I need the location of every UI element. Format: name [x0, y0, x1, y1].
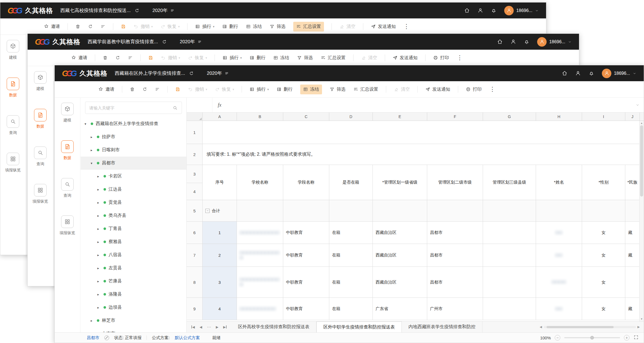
- column-header-I[interactable]: I: [582, 112, 625, 121]
- table-header-cell[interactable]: 管理区划三级县级: [483, 165, 536, 200]
- cell[interactable]: 中职教育: [283, 298, 329, 320]
- cell[interactable]: 昌都市: [427, 222, 483, 244]
- tab-first-button[interactable]: ◀: [191, 325, 195, 329]
- cell[interactable]: 1: [203, 222, 237, 244]
- tree-node[interactable]: ▸丁青县: [81, 222, 186, 235]
- toolbar-clear-button[interactable]: 清空: [339, 24, 355, 30]
- caret-right-icon[interactable]: ▸: [97, 201, 102, 205]
- toolbar-filter-button[interactable]: 筛选: [330, 87, 346, 92]
- zoom-out-button[interactable]: −: [555, 335, 560, 340]
- tree-node[interactable]: ▸拉萨市: [81, 130, 186, 143]
- cell[interactable]: 女: [582, 244, 625, 267]
- toolbar-invite-button[interactable]: 邀请: [71, 55, 87, 61]
- tab-last-button[interactable]: ▶: [223, 325, 227, 329]
- toolbar-redo-button[interactable]: 恢复▾: [188, 55, 207, 61]
- toolbar-insert-row-button[interactable]: 插行▾: [249, 87, 269, 92]
- profile-icon[interactable]: [477, 8, 483, 13]
- tab-more-button[interactable]: ⋯: [207, 325, 211, 329]
- table-header-cell[interactable]: *管理区划一级省级: [373, 165, 427, 200]
- tree-node[interactable]: ▾昌都市: [81, 157, 186, 170]
- toolbar-notify-button[interactable]: 发送通知: [425, 87, 450, 92]
- toolbar-more-button[interactable]: ⋮: [489, 86, 496, 92]
- profile-icon[interactable]: [575, 70, 581, 76]
- cell[interactable]: 囗囗囗囗囗囗囗囗囗囗: [237, 298, 283, 320]
- caret-right-icon[interactable]: ▸: [97, 174, 102, 178]
- tree-node[interactable]: ▸林芝市: [81, 314, 186, 327]
- column-header-H[interactable]: H: [536, 112, 582, 121]
- column-header-C[interactable]: C: [283, 112, 329, 121]
- toolbar-filter-button[interactable]: 筛选: [270, 24, 286, 30]
- column-header-J[interactable]: J: [625, 112, 640, 121]
- sidebar-item-overview[interactable]: 填报纵览: [60, 215, 75, 235]
- toolbar-save-button[interactable]: [121, 24, 126, 29]
- formula-scheme-link[interactable]: 默认公式方案: [175, 335, 200, 340]
- column-header-G[interactable]: G: [483, 112, 536, 121]
- vertical-scrollbar[interactable]: ▲ ▼: [639, 121, 644, 321]
- home-icon[interactable]: [562, 70, 568, 76]
- toolbar-invite-button[interactable]: 邀请: [44, 24, 60, 30]
- cell[interactable]: [582, 200, 625, 222]
- refresh-report-icon[interactable]: [189, 71, 194, 76]
- year-selector[interactable]: 2020年: [180, 39, 202, 45]
- toolbar-invite-button[interactable]: 邀请: [98, 87, 114, 92]
- cell[interactable]: 藏: [625, 298, 639, 320]
- cell[interactable]: 藏: [625, 244, 639, 267]
- cell[interactable]: 3: [203, 267, 237, 298]
- tree-node[interactable]: ▸洛隆县: [81, 288, 186, 301]
- toolbar-refresh-button[interactable]: [88, 24, 93, 29]
- fullscreen-button[interactable]: [633, 335, 639, 341]
- caret-down-icon[interactable]: ▾: [85, 122, 90, 126]
- table-header-cell[interactable]: 序号: [203, 165, 237, 200]
- formula-expand-button[interactable]: [631, 103, 644, 107]
- toolbar-clear-button[interactable]: 清空: [361, 55, 377, 61]
- toolbar-filter-button[interactable]: 筛选: [297, 55, 313, 61]
- sheet-tab-0[interactable]: 区外高校学生疫情排查和防控报送表: [231, 322, 316, 332]
- cell[interactable]: [483, 244, 536, 267]
- cell[interactable]: [483, 267, 536, 298]
- tab-prev-button[interactable]: ◀: [200, 325, 202, 329]
- cell[interactable]: 女: [582, 298, 625, 320]
- cell[interactable]: 囗囗: [536, 244, 582, 267]
- tree-node[interactable]: ▸贡觉县: [81, 196, 186, 209]
- sheet-tab-2[interactable]: 内地西藏班表学生疫情排查和防控: [402, 322, 482, 332]
- notifications-bell-icon[interactable]: [588, 70, 594, 76]
- scroll-right-icon[interactable]: ▶: [638, 325, 640, 329]
- profile-icon[interactable]: [510, 39, 516, 45]
- caret-right-icon[interactable]: ▸: [97, 306, 102, 310]
- toolbar-delete-button[interactable]: [75, 24, 80, 29]
- cell[interactable]: 女: [582, 267, 625, 298]
- notifications-bell-icon[interactable]: [491, 8, 497, 13]
- cell[interactable]: 囗囗: [536, 222, 582, 244]
- zoom-slider-thumb[interactable]: [590, 336, 594, 340]
- column-header-E[interactable]: E: [373, 112, 427, 121]
- toolbar-summary-button[interactable]: 汇总设置: [293, 22, 324, 32]
- cell[interactable]: 在籍: [329, 267, 373, 298]
- toolbar-refresh-button[interactable]: [142, 87, 147, 92]
- column-header-F[interactable]: F: [427, 112, 483, 121]
- cell[interactable]: 广东省: [373, 298, 427, 320]
- sidebar-item-data[interactable]: 数据: [61, 140, 74, 160]
- select-all-corner[interactable]: [187, 112, 203, 121]
- column-header-A[interactable]: A: [203, 112, 237, 121]
- cell[interactable]: [536, 200, 582, 222]
- toolbar-insert-row-button[interactable]: 插行▾: [222, 55, 242, 61]
- row-header-2[interactable]: 2: [187, 144, 203, 165]
- cell[interactable]: 昌都市: [427, 244, 483, 267]
- cell[interactable]: 西藏自治区: [373, 244, 427, 267]
- caret-right-icon[interactable]: ▸: [97, 253, 102, 257]
- h-scroll-thumb[interactable]: [547, 326, 614, 328]
- caret-right-icon[interactable]: ▸: [97, 188, 102, 191]
- toolbar-print-button[interactable]: 打印: [466, 87, 482, 92]
- cell[interactable]: 2: [203, 244, 237, 267]
- cell[interactable]: [483, 298, 536, 320]
- sidebar-item-model[interactable]: 建模: [7, 40, 19, 60]
- cell[interactable]: 囗囗囗囗囗囗囗囗囗囗囗囗: [237, 244, 283, 267]
- sidebar-item-model[interactable]: 建模: [34, 71, 47, 91]
- row-header-9[interactable]: 9: [187, 298, 203, 320]
- cell[interactable]: 昌都市: [427, 267, 483, 298]
- toolbar-print-button[interactable]: 打印: [433, 55, 449, 61]
- v-scroll-thumb[interactable]: [640, 125, 643, 196]
- table-header-cell[interactable]: *姓名: [536, 165, 582, 200]
- refresh-report-icon[interactable]: [134, 8, 140, 13]
- year-selector[interactable]: 2020年: [152, 7, 174, 14]
